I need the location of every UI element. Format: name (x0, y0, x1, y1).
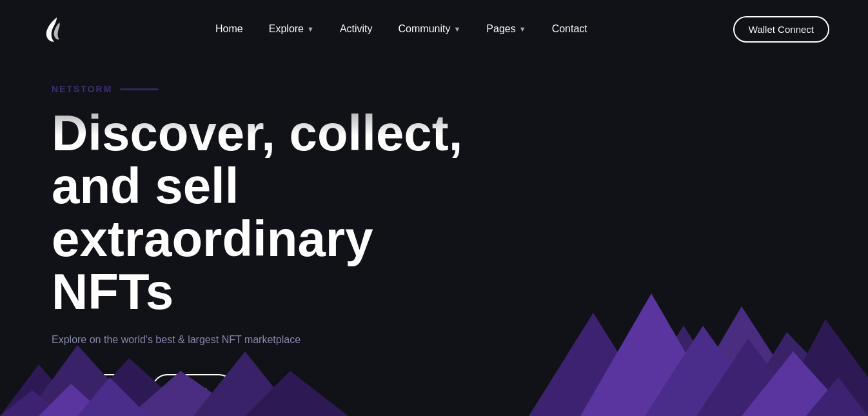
nav-link-home[interactable]: Home (215, 23, 243, 35)
nav-link-contact[interactable]: Contact (552, 23, 587, 35)
hero-section: NETSTORM Discover, collect, and sell ext… (0, 58, 868, 416)
explore-button[interactable]: Explore (52, 374, 139, 406)
hero-title-line2: and sell (52, 157, 239, 214)
nav-item-activity[interactable]: Activity (340, 23, 373, 35)
nav-item-contact[interactable]: Contact (552, 23, 587, 35)
nav-link-pages[interactable]: Pages ▼ (486, 23, 526, 35)
wallet-connect-button[interactable]: Wallet Connect (733, 16, 829, 43)
nav-item-community[interactable]: Community ▼ (399, 23, 461, 35)
hero-title: Discover, collect, and sell extraordinar… (52, 107, 503, 319)
brand-name: NETSTORM (52, 84, 112, 94)
nav-link-community[interactable]: Community ▼ (399, 23, 461, 35)
create-button[interactable]: Create (152, 374, 235, 406)
nav-item-pages[interactable]: Pages ▼ (486, 23, 526, 35)
brand-line (120, 88, 159, 90)
logo[interactable] (39, 14, 70, 45)
hero-subtitle: Explore on the world's best & largest NF… (52, 334, 374, 346)
chevron-down-icon: ▼ (519, 25, 526, 33)
chevron-down-icon: ▼ (453, 25, 460, 33)
hero-title-line1: Discover, collect, (52, 104, 462, 161)
brand-label: NETSTORM (52, 84, 816, 94)
nav-item-home[interactable]: Home (215, 23, 243, 35)
navbar: Home Explore ▼ Activity Community ▼ Page… (0, 0, 868, 58)
nav-link-explore[interactable]: Explore ▼ (269, 23, 314, 35)
nav-item-explore[interactable]: Explore ▼ (269, 23, 314, 35)
chevron-down-icon: ▼ (307, 25, 314, 33)
hero-title-line3: extraordinary NFTs (52, 210, 373, 320)
nav-link-activity[interactable]: Activity (340, 23, 373, 35)
hero-buttons: Explore Create (52, 374, 816, 406)
nav-links: Home Explore ▼ Activity Community ▼ Page… (215, 23, 587, 35)
